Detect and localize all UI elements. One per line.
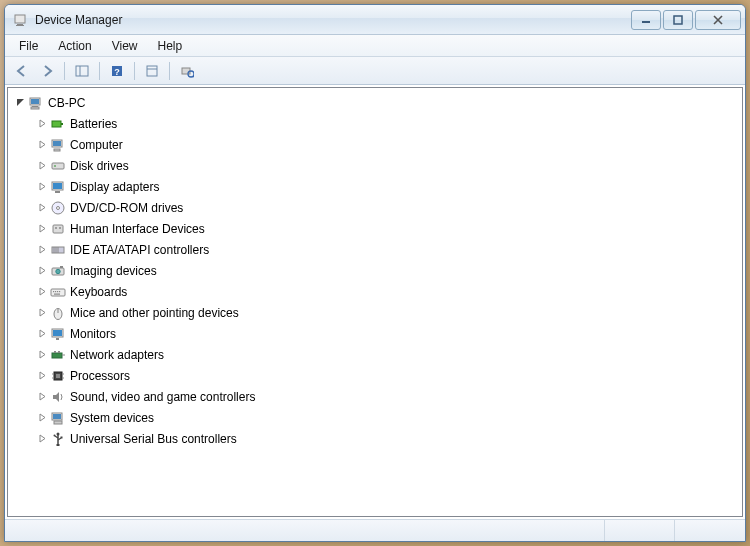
expand-icon[interactable] [36,244,48,256]
display-icon [50,179,66,195]
status-cell [5,520,605,541]
svg-rect-2 [16,25,24,26]
svg-point-33 [55,227,57,229]
expand-icon[interactable] [36,181,48,193]
tree-item-label: Human Interface Devices [70,222,205,236]
tree-item[interactable]: Batteries [30,113,742,134]
expand-icon[interactable] [36,223,48,235]
computer-icon [28,95,44,111]
svg-rect-45 [57,291,58,292]
window-title: Device Manager [35,13,631,27]
tree-item-label: Monitors [70,327,116,341]
toolbar-separator [99,62,100,80]
properties-button[interactable] [141,60,163,82]
collapse-icon[interactable] [14,97,26,109]
svg-point-31 [57,206,60,209]
svg-point-40 [56,269,60,273]
svg-rect-7 [76,66,88,76]
tree-item[interactable]: Monitors [30,323,742,344]
expand-icon[interactable] [36,139,48,151]
svg-rect-0 [15,15,25,23]
menu-view[interactable]: View [102,37,148,55]
tree-item[interactable]: Universal Serial Bus controllers [30,428,742,449]
computer-icon [50,137,66,153]
expand-icon[interactable] [36,391,48,403]
tree-item[interactable]: Network adapters [30,344,742,365]
svg-rect-43 [53,291,54,292]
ide-icon [50,242,66,258]
svg-rect-32 [53,225,63,233]
tree-item[interactable]: Display adapters [30,176,742,197]
tree-item[interactable]: Processors [30,365,742,386]
svg-rect-29 [55,191,60,193]
mouse-icon [50,305,66,321]
titlebar[interactable]: Device Manager [5,5,745,35]
tree-item[interactable]: Disk drives [30,155,742,176]
forward-button[interactable] [36,60,58,82]
svg-text:?: ? [114,67,120,77]
expand-icon[interactable] [36,160,48,172]
tree-item[interactable]: Computer [30,134,742,155]
tree-item[interactable]: Imaging devices [30,260,742,281]
svg-rect-53 [52,353,62,358]
sound-icon [50,389,66,405]
expand-icon[interactable] [36,328,48,340]
close-button[interactable] [695,10,741,30]
app-icon [13,12,29,28]
system-icon [50,410,66,426]
statusbar [5,519,745,541]
svg-point-67 [57,432,60,435]
tree-item[interactable]: DVD/CD-ROM drives [30,197,742,218]
menubar: File Action View Help [5,35,745,57]
expand-icon[interactable] [36,286,48,298]
expand-icon[interactable] [36,433,48,445]
monitor-icon [50,326,66,342]
menu-file[interactable]: File [9,37,48,55]
minimize-button[interactable] [631,10,661,30]
tree-item-label: Batteries [70,117,117,131]
menu-action[interactable]: Action [48,37,101,55]
tree-item[interactable]: Keyboards [30,281,742,302]
expand-icon[interactable] [36,412,48,424]
maximize-button[interactable] [663,10,693,30]
battery-icon [50,116,66,132]
expand-icon[interactable] [36,265,48,277]
toolbar-separator [134,62,135,80]
tree-item[interactable]: Mice and other pointing devices [30,302,742,323]
svg-rect-47 [54,293,60,294]
svg-rect-17 [31,99,39,104]
expand-icon[interactable] [36,202,48,214]
menu-help[interactable]: Help [148,37,193,55]
expand-icon[interactable] [36,118,48,130]
tree-item-label: IDE ATA/ATAPI controllers [70,243,209,257]
expand-icon[interactable] [36,349,48,361]
expand-icon[interactable] [36,307,48,319]
tree-item-label: Mice and other pointing devices [70,306,239,320]
svg-rect-44 [55,291,56,292]
svg-rect-55 [58,351,60,353]
tree-item-label: Disk drives [70,159,129,173]
tree-root[interactable]: CB-PC [8,92,742,113]
tree-item[interactable]: Sound, video and game controllers [30,386,742,407]
help-button[interactable]: ? [106,60,128,82]
hid-icon [50,221,66,237]
tree-item[interactable]: Human Interface Devices [30,218,742,239]
svg-point-34 [59,227,61,229]
show-hide-tree-button[interactable] [71,60,93,82]
tree-item-label: Network adapters [70,348,164,362]
svg-rect-58 [56,374,60,378]
tree-item[interactable]: System devices [30,407,742,428]
svg-rect-1 [17,24,23,25]
svg-line-15 [193,76,194,77]
svg-rect-41 [60,266,63,268]
svg-rect-54 [54,351,56,353]
svg-rect-28 [53,183,62,189]
expand-icon[interactable] [36,370,48,382]
back-button[interactable] [11,60,33,82]
tree-item[interactable]: IDE ATA/ATAPI controllers [30,239,742,260]
scan-hardware-button[interactable] [176,60,198,82]
svg-rect-21 [61,123,63,125]
tree-item-label: Sound, video and game controllers [70,390,255,404]
device-tree: CB-PC BatteriesComputerDisk drivesDispla… [8,92,742,449]
tree-content[interactable]: CB-PC BatteriesComputerDisk drivesDispla… [7,87,743,517]
